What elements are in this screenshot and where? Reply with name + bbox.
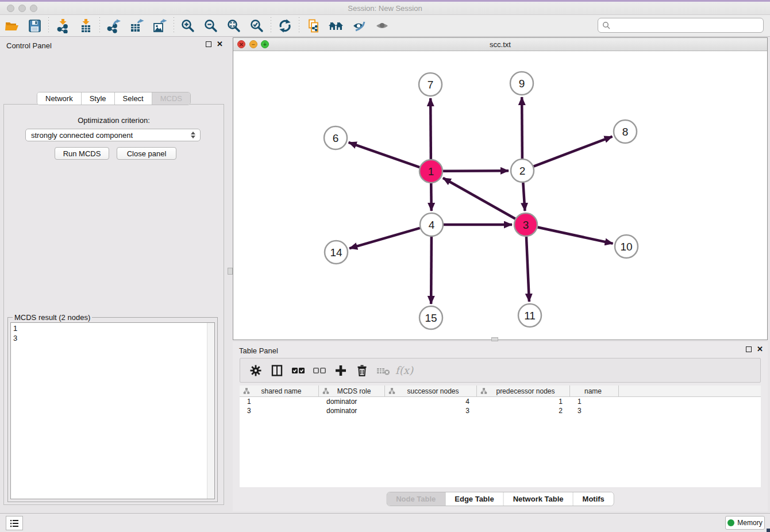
edge-2-3[interactable] [523,183,525,211]
cell-name[interactable]: 1 [570,398,619,406]
cell-successor-nodes[interactable]: 4 [385,398,477,406]
close-panel-icon[interactable]: ✕ [217,41,223,48]
svg-text:1: 1 [428,165,434,178]
export-image-button[interactable] [148,17,171,35]
run-mcds-button[interactable]: Run MCDS [55,147,109,160]
first-neighbors-button[interactable] [325,17,348,35]
edge-4-14[interactable] [349,228,420,249]
edge-1-2[interactable] [443,171,509,171]
criterion-select[interactable]: strongly connected component [25,129,201,141]
tab-edge-table[interactable]: Edge Table [445,492,503,506]
edge-1-4[interactable] [431,183,432,211]
edge-3-1[interactable] [443,178,515,219]
table-settings-button[interactable] [245,361,266,380]
graph-node-10[interactable]: 10 [615,235,638,258]
deselect-all-icon [312,364,327,377]
close-panel-button[interactable]: Close panel [117,147,176,160]
cell-shared-name[interactable]: 1 [240,398,319,406]
add-column-button[interactable] [330,361,351,380]
graph-node-14[interactable]: 14 [325,241,348,264]
float-panel-icon[interactable] [206,41,211,47]
tab-mcds[interactable]: MCDS [152,92,190,105]
table-row[interactable]: 3dominator323 [240,406,761,415]
tab-node-table[interactable]: Node Table [387,492,445,506]
first-neighbors-icon [328,18,344,33]
edge-1-7[interactable] [430,98,431,159]
graph-node-6[interactable]: 6 [324,126,347,149]
svg-text:10: 10 [620,241,632,253]
column-header-predecessor-nodes[interactable]: predecessor nodes [477,385,570,396]
deselect-all-button[interactable] [309,361,330,380]
trash-icon [355,364,369,377]
function-builder-button[interactable]: f(x) [394,361,415,380]
memory-label: Memory [737,519,762,527]
graph-node-1[interactable]: 1 [419,160,442,183]
cell-successor-nodes[interactable]: 3 [385,407,477,415]
column-header-successor-nodes[interactable]: successor nodes [385,385,477,396]
app-window: Session: New Session [0,0,770,532]
splitter-handle[interactable] [491,337,498,341]
column-header-name[interactable]: name [570,385,619,396]
search-input[interactable] [611,20,763,31]
delete-column-button[interactable] [351,361,372,380]
cell-predecessor-nodes[interactable]: 1 [477,398,570,406]
tab-network[interactable]: Network [37,92,82,105]
splitter-handle[interactable] [228,268,233,275]
graph-node-9[interactable]: 9 [510,72,533,95]
tab-select[interactable]: Select [115,92,152,105]
float-panel-icon[interactable] [746,346,752,352]
export-network-button[interactable] [102,17,125,35]
zoom-in-button[interactable] [176,17,199,35]
column-header-MCDS-role[interactable]: MCDS role [319,385,385,396]
zoom-fit-button[interactable] [222,17,245,35]
column-layout-icon [270,364,284,377]
graph-node-3[interactable]: 3 [514,213,537,236]
network-canvas[interactable]: 7968124314101511 [233,51,767,340]
open-session-button[interactable] [0,17,23,35]
cell-predecessor-nodes[interactable]: 2 [477,407,570,415]
show-all-button[interactable] [371,17,394,35]
tab-motifs[interactable]: Motifs [573,492,614,506]
edge-2-9[interactable] [522,97,522,159]
gear-icon [249,364,263,377]
import-network-button[interactable] [51,17,74,35]
refresh-button[interactable] [274,17,297,35]
edge-3-11[interactable] [526,237,529,302]
graph-node-15[interactable]: 15 [419,306,442,329]
delete-table-button[interactable] [372,361,394,380]
graph-node-4[interactable]: 4 [420,213,443,236]
cell-shared-name[interactable]: 3 [240,407,319,415]
tab-style[interactable]: Style [82,92,115,105]
table-tabs: Node TableEdge TableNetwork TableMotifs [386,492,614,506]
save-session-button[interactable] [23,17,46,35]
table-row[interactable]: 1dominator411 [240,397,761,406]
graph-node-2[interactable]: 2 [511,159,534,182]
column-header-shared-name[interactable]: shared name [240,385,319,396]
edge-4-15[interactable] [431,237,432,304]
graph-node-8[interactable]: 8 [614,120,637,143]
network-window-titlebar[interactable]: ✕ − + scc.txt [233,38,767,51]
import-table-button[interactable] [74,17,97,35]
duplicate-network-button[interactable] [302,17,325,35]
cell-name[interactable]: 3 [570,407,619,415]
node-table: shared nameMCDS rolesuccessor nodesprede… [240,385,761,487]
zoom-out-button[interactable] [199,17,222,35]
tab-network-table[interactable]: Network Table [504,492,573,506]
edge-1-6[interactable] [349,142,420,167]
select-all-button[interactable] [287,361,309,380]
hide-selected-button[interactable] [348,17,371,35]
close-panel-icon[interactable]: ✕ [757,346,763,353]
edge-3-10[interactable] [538,227,613,243]
column-layout-button[interactable] [266,361,287,380]
cell-MCDS-role[interactable]: dominator [319,398,385,406]
memory-button[interactable]: Memory [725,516,765,530]
export-table-button[interactable] [125,17,148,35]
mcds-result-text[interactable]: 1 3 [10,322,215,499]
task-history-button[interactable] [6,516,23,530]
edge-2-8[interactable] [534,137,613,167]
cell-MCDS-role[interactable]: dominator [319,407,385,415]
mcds-result-scrollbar[interactable] [207,323,214,499]
graph-node-7[interactable]: 7 [419,73,442,96]
graph-node-11[interactable]: 11 [518,304,541,327]
zoom-selected-button[interactable] [245,17,268,35]
